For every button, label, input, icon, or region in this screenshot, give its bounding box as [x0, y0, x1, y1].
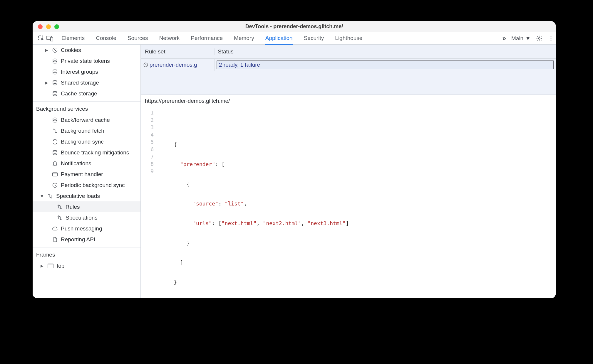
tab-memory[interactable]: Memory [234, 33, 254, 44]
detail-pane: https://prerender-demos.glitch.me/ 12345… [141, 95, 556, 298]
sidebar-item-label: Cookies [61, 47, 81, 53]
tab-security[interactable]: Security [304, 33, 324, 44]
code-line: { [158, 141, 556, 148]
svg-rect-2 [51, 37, 53, 41]
sidebar-item-label: Speculations [66, 215, 98, 221]
tab-application[interactable]: Application [265, 33, 293, 45]
ruleset-link: prerender-demos.g [150, 62, 197, 68]
transfer-icon [52, 128, 58, 134]
status-cell[interactable]: 2 ready, 1 failure [217, 60, 554, 69]
sidebar-item-label: Interest groups [61, 69, 98, 75]
code-viewer: 123456789 { "prerender": [ { "source": "… [141, 107, 556, 298]
sidebar-item-label: Speculative loads [56, 193, 100, 199]
table-header: Rule set Status [141, 45, 556, 59]
tab-lighthouse[interactable]: Lighthouse [335, 33, 362, 44]
more-tabs-icon[interactable]: » [502, 35, 506, 42]
sidebar-item-label: Periodic background sync [61, 182, 125, 188]
database-icon [52, 91, 58, 97]
svg-rect-15 [48, 264, 53, 268]
sidebar: ▸ Cookies Private state tokens Interest … [33, 45, 141, 298]
column-header-status[interactable]: Status [215, 48, 556, 55]
column-header-ruleset[interactable]: Rule set [141, 48, 215, 55]
sidebar-item-interest-groups[interactable]: Interest groups [33, 66, 140, 77]
sidebar-item-label: Private state tokens [61, 58, 110, 64]
code-line: { [158, 180, 556, 188]
tab-strip: Elements Console Sources Network Perform… [61, 33, 500, 44]
database-icon [52, 150, 58, 156]
minimize-icon[interactable] [46, 24, 51, 29]
database-icon [52, 80, 58, 86]
sidebar-item-label: Background fetch [61, 128, 104, 134]
sidebar-item-private-state-tokens[interactable]: Private state tokens [33, 55, 140, 66]
target-selector-label: Main [511, 35, 523, 42]
maximize-icon[interactable] [54, 24, 59, 29]
sidebar-item-push-messaging[interactable]: Push messaging [33, 223, 140, 234]
status-link: 2 ready, 1 failure [219, 62, 260, 68]
sidebar-item-background-fetch[interactable]: Background fetch [33, 125, 140, 136]
sidebar-section-background-services: Background services [33, 102, 140, 114]
inspect-icon[interactable] [37, 35, 46, 42]
sidebar-item-periodic-sync[interactable]: Periodic background sync [33, 180, 140, 191]
ruleset-cell[interactable]: prerender-demos.g [141, 59, 215, 71]
sidebar-section-frames: Frames [33, 247, 140, 260]
sidebar-item-label: Shared storage [61, 80, 99, 86]
sidebar-item-reporting-api[interactable]: Reporting API [33, 234, 140, 245]
sidebar-item-cache-storage[interactable]: Cache storage [33, 88, 140, 99]
settings-icon[interactable] [536, 35, 542, 42]
sidebar-item-background-sync[interactable]: Background sync [33, 136, 140, 147]
sidebar-item-speculations[interactable]: Speculations [33, 212, 140, 223]
content-area: ▸ Cookies Private state tokens Interest … [33, 45, 556, 298]
window-title: DevTools - prerender-demos.glitch.me/ [33, 23, 556, 30]
code-line [158, 121, 556, 129]
svg-point-7 [53, 59, 57, 60]
sidebar-item-notifications[interactable]: Notifications [33, 158, 140, 169]
sidebar-item-shared-storage[interactable]: ▸ Shared storage [33, 77, 140, 88]
tabbar: Elements Console Sources Network Perform… [33, 32, 556, 45]
sidebar-item-bfcache[interactable]: Back/forward cache [33, 114, 140, 125]
chevron-right-icon: ▸ [44, 47, 49, 53]
svg-point-10 [53, 91, 57, 93]
sidebar-item-cookies[interactable]: ▸ Cookies [33, 45, 140, 55]
svg-point-9 [53, 80, 57, 82]
sidebar-item-bounce-tracking[interactable]: Bounce tracking mitigations [33, 147, 140, 158]
chevron-down-icon: ▼ [525, 35, 531, 42]
sidebar-item-rules[interactable]: Rules [33, 201, 140, 212]
tab-elements[interactable]: Elements [61, 33, 85, 44]
code-content[interactable]: { "prerender": [ { "source": "list", "ur… [158, 109, 556, 298]
transfer-icon [57, 215, 63, 221]
cookie-icon [52, 47, 58, 53]
tab-network[interactable]: Network [159, 33, 180, 44]
credit-card-icon [52, 171, 58, 177]
sidebar-item-label: Notifications [61, 160, 91, 167]
code-line: } [158, 279, 556, 286]
transfer-icon [47, 193, 53, 199]
tab-console[interactable]: Console [96, 33, 116, 44]
document-icon [52, 237, 58, 242]
target-selector[interactable]: Main ▼ [511, 35, 531, 42]
database-icon [52, 69, 58, 75]
cloud-icon [52, 226, 58, 232]
main-panel: Rule set Status prerender-demos.g 2 read… [141, 45, 556, 298]
detail-url: https://prerender-demos.glitch.me/ [141, 95, 556, 107]
sidebar-item-label: Push messaging [61, 225, 102, 232]
code-line: } [158, 239, 556, 247]
sidebar-item-label: Back/forward cache [61, 117, 110, 123]
tab-performance[interactable]: Performance [191, 33, 223, 44]
sidebar-item-payment-handler[interactable]: Payment handler [33, 169, 140, 180]
chevron-down-icon: ▾ [40, 193, 44, 199]
chevron-right-icon: ▸ [44, 79, 49, 86]
svg-point-6 [55, 50, 56, 51]
more-icon[interactable]: ⋮ [548, 35, 554, 42]
svg-point-3 [538, 38, 540, 39]
tab-sources[interactable]: Sources [128, 33, 148, 44]
close-icon[interactable] [38, 24, 43, 29]
sidebar-item-label: Cache storage [61, 90, 97, 97]
clock-icon [143, 62, 148, 68]
sidebar-item-speculative-loads[interactable]: ▾ Speculative loads [33, 191, 140, 201]
code-line: "prerender": [ [158, 161, 556, 168]
devtools-window: DevTools - prerender-demos.glitch.me/ El… [33, 21, 556, 298]
device-toggle-icon[interactable] [46, 36, 54, 41]
table-row[interactable]: prerender-demos.g 2 ready, 1 failure [141, 59, 556, 71]
clock-icon [52, 182, 58, 188]
sidebar-item-frame-top[interactable]: ▸ top [33, 260, 140, 271]
